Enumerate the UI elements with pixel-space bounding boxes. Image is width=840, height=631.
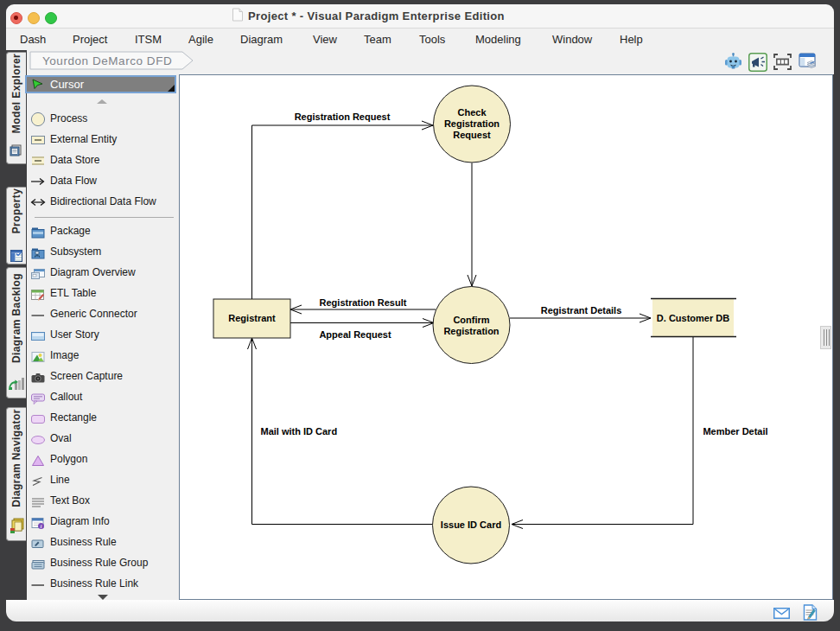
svg-text:Member Detail: Member Detail: [703, 426, 767, 437]
svg-text:Registrant: Registrant: [228, 313, 276, 323]
svg-text:Yourdon DeMarco DFD: Yourdon DeMarco DFD: [42, 54, 172, 67]
svg-text:Registration Request: Registration Request: [295, 112, 391, 122]
svg-text:Confirm: Confirm: [453, 315, 489, 325]
svg-text:Issue ID Card: Issue ID Card: [441, 519, 501, 530]
svg-text:Check: Check: [457, 107, 487, 118]
svg-text:Mail with ID Card: Mail with ID Card: [260, 426, 337, 437]
svg-text:D. Customer DB: D. Customer DB: [657, 313, 729, 323]
svg-text:Appeal Request: Appeal Request: [319, 329, 391, 340]
svg-text:Registration: Registration: [443, 326, 499, 336]
svg-text:Request: Request: [453, 130, 491, 140]
svg-text:Registration Result: Registration Result: [320, 297, 407, 308]
svg-text:Registrant Details: Registrant Details: [541, 305, 622, 316]
svg-text:Registration: Registration: [444, 118, 500, 129]
